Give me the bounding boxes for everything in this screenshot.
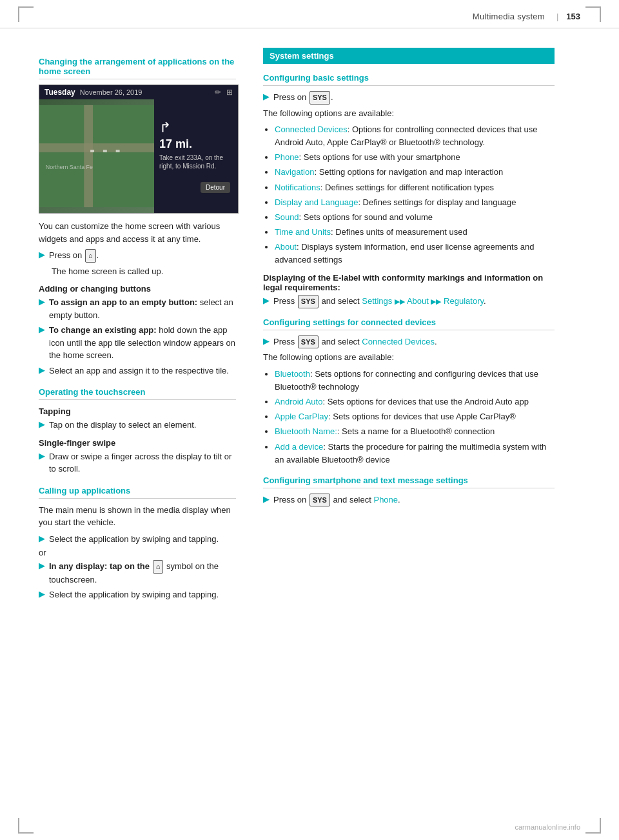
svg-rect-5 [116, 150, 120, 152]
in-any-text: In any display: tap on the ⌂ symbol on t… [49, 560, 236, 586]
link-about-regulatory: About [407, 296, 429, 306]
svg-text:Northern Santa Fe: Northern Santa Fe [46, 164, 93, 170]
detour-button[interactable]: Detour [201, 182, 230, 193]
sys-button-2: SYS [298, 295, 319, 308]
header: Multimedia system | 153 [0, 0, 619, 28]
following-options-connected: The following options are available: [263, 351, 555, 364]
following-options-text: The following options are available: [263, 107, 555, 120]
list-item-bluetooth-name: Bluetooth Name:: Sets a name for a Bluet… [275, 425, 555, 438]
sys-button-4: SYS [310, 494, 330, 507]
sub-heading-tapping: Tapping [39, 406, 236, 416]
connected-settings-list: Bluetooth: Sets options for connecting a… [263, 368, 555, 466]
section-rule-2 [39, 399, 236, 400]
basic-settings-list: Connected Devices: Options for controlli… [263, 123, 555, 266]
assign-text: To assign an app to an empty button: sel… [49, 296, 236, 321]
select-app-text: Select the application by swiping and ta… [49, 533, 219, 546]
section-calling-heading: Calling up applications [39, 486, 236, 495]
select-app-text2: Select the application by swiping and ta… [49, 588, 219, 601]
list-item-notifications: Notifications: Defines settings for diff… [275, 181, 555, 194]
arrow-icon-r1: ▶ [263, 92, 270, 101]
system-settings-banner: System settings [263, 48, 555, 64]
connected-text: Press SYS and select Connected Devices. [273, 335, 437, 349]
main-content: Changing the arrangement of applications… [0, 28, 619, 840]
svg-rect-1 [39, 143, 154, 152]
corner-mark-tr [585, 6, 601, 22]
list-item-apple-carplay: Apple CarPlay: Sets options for devices … [275, 410, 555, 423]
nav-topbar: Tuesday November 26, 2019 ✏ ⊞ [39, 85, 238, 99]
link-apple-carplay: Apple CarPlay [275, 412, 328, 421]
svg-rect-4 [103, 150, 107, 152]
arrow-icon-6: ▶ [39, 451, 45, 461]
arrow-icon-7: ▶ [39, 534, 45, 543]
arrow-icon-9: ▶ [39, 589, 45, 599]
corner-mark-tl [18, 6, 34, 22]
list-item-android-auto: Android Auto: Sets options for devices t… [275, 395, 555, 408]
corner-mark-bl [18, 818, 34, 834]
home-called-up: The home screen is called up. [52, 265, 236, 278]
link-phone-2: Phone [373, 495, 398, 505]
section-changing-heading: Changing the arrangement of applications… [39, 57, 236, 76]
instruction-elabel: ▶ Press SYS and select Settings ▶▶ About… [263, 295, 555, 308]
section-rule-right-2 [263, 330, 555, 330]
list-item-add-device: Add a device: Starts the procedure for p… [275, 441, 555, 466]
arrow-icon-2: ▶ [39, 297, 45, 306]
instruction-swipe: ▶ Draw or swipe a finger across the disp… [39, 450, 236, 475]
section-touchscreen-heading: Operating the touchscreen [39, 387, 236, 397]
press-home-instruction: ▶ Press on ⌂. [39, 249, 236, 263]
link-bluetooth: Bluetooth [275, 369, 310, 379]
sub-heading-elabel: Displaying of the E-label with conformit… [263, 273, 555, 292]
chevron-1: ▶▶ [395, 297, 405, 305]
nav-body: Northern Santa Fe ↱ 17 mi. Take exit 233… [39, 99, 238, 213]
or-text: or [39, 548, 236, 557]
link-android-auto: Android Auto [275, 397, 322, 406]
list-item-phone: Phone: Sets options for use with your sm… [275, 151, 555, 164]
arrow-icon-r2: ▶ [263, 295, 270, 305]
link-navigation: Navigation [275, 167, 314, 177]
link-settings: Settings [362, 296, 392, 306]
instruction-tap: ▶ Tap on the display to select an elemen… [39, 419, 236, 432]
arrow-icon-1: ▶ [39, 250, 45, 259]
nav-map: Northern Santa Fe [39, 99, 154, 213]
home-button-icon-2: ⌂ [153, 560, 164, 574]
nav-instruction-text: Take exit 233A, on the right, to Mission… [159, 154, 233, 170]
swipe-text: Draw or swipe a finger across the displa… [49, 450, 236, 475]
svg-rect-2 [84, 105, 93, 207]
change-text: To change an existing app: hold down the… [49, 324, 236, 362]
left-column: Changing the arrangement of applications… [0, 41, 251, 827]
nav-distance: 17 mi. [159, 137, 192, 151]
list-item-sound: Sound: Sets options for sound and volume [275, 211, 555, 224]
link-notifications: Notifications [275, 183, 320, 192]
nav-icons: ✏ ⊞ [215, 88, 233, 97]
nav-screen: Tuesday November 26, 2019 ✏ ⊞ [39, 85, 239, 214]
link-bluetooth-name: Bluetooth Name: [275, 426, 337, 436]
link-phone: Phone [275, 152, 299, 162]
instruction-change: ▶ To change an existing app: hold down t… [39, 324, 236, 362]
tap-text: Tap on the display to select an element. [49, 419, 196, 432]
svg-rect-0 [39, 105, 154, 207]
calling-up-text: The main menu is shown in the media disp… [39, 504, 236, 529]
arrow-icon-8: ▶ [39, 561, 45, 570]
link-connected-devices: Connected Devices [275, 125, 348, 134]
instruction-in-any: ▶ In any display: tap on the ⌂ symbol on… [39, 560, 236, 586]
chevron-2: ▶▶ [431, 297, 441, 305]
sub-heading-swipe: Single-finger swipe [39, 438, 236, 448]
press-sys-instruction: ▶ Press on SYS. [263, 91, 555, 105]
page-number: 153 [566, 12, 580, 21]
instruction-select-app: ▶ Select the application by swiping and … [39, 533, 236, 546]
nav-day: Tuesday [44, 88, 75, 97]
home-called-up-text: The home screen is called up. [52, 266, 163, 276]
list-item-about: About: Displays system information, end … [275, 241, 555, 266]
press-home-text: Press on ⌂. [49, 249, 99, 263]
phone-text: Press on SYS and select Phone. [273, 494, 400, 507]
footer-watermark: carmanualonline.info [515, 823, 580, 831]
section-rule-right-3 [263, 488, 555, 488]
link-add-device: Add a device [275, 442, 323, 452]
arrow-icon-r3: ▶ [263, 336, 270, 346]
instruction-assign: ▶ To assign an app to an empty button: s… [39, 296, 236, 321]
list-item-display: Display and Language: Defines settings f… [275, 196, 555, 209]
header-title: Multimedia system [473, 12, 545, 21]
page: Multimedia system | 153 Changing the arr… [0, 0, 619, 840]
arrow-icon-4: ▶ [39, 365, 45, 375]
nav-turn-icon: ↱ [159, 119, 171, 136]
intro-text: You can customize the home screen with v… [39, 220, 236, 245]
